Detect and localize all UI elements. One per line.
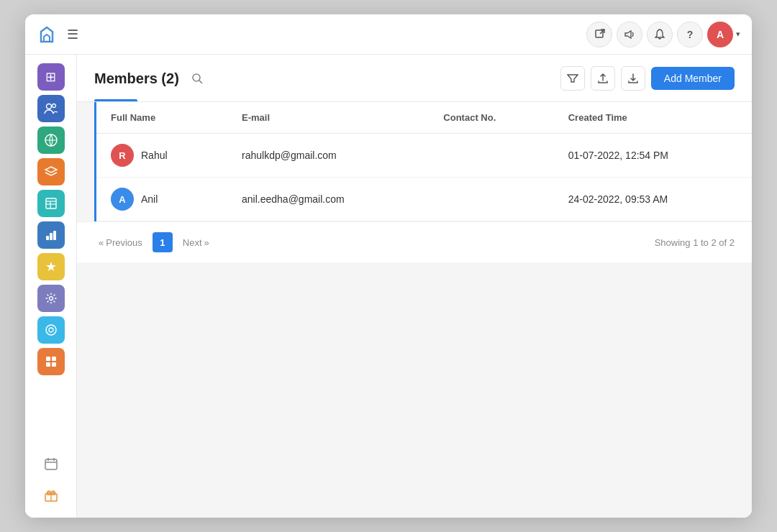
upload-button[interactable]	[591, 66, 615, 91]
member-name: Rahul	[141, 150, 168, 161]
active-tab-indicator	[94, 99, 137, 101]
cell-contact	[429, 178, 553, 221]
next-chevron-icon: »	[204, 237, 209, 248]
sidebar-item-circle[interactable]	[37, 316, 65, 344]
member-avatar: A	[111, 188, 134, 211]
table-row[interactable]: R Rahul rahulkdp@gmail.com 01-07-2022, 1…	[96, 134, 752, 178]
svg-rect-15	[52, 357, 56, 361]
pagination-bar: « Previous 1 Next » Showing 1 to 2 of 2	[77, 221, 752, 262]
svg-rect-9	[50, 233, 53, 240]
cell-created: 01-07-2022, 12:54 PM	[554, 134, 752, 178]
cell-email: rahulkdp@gmail.com	[227, 134, 429, 178]
content-area: Members (2)	[77, 55, 752, 518]
svg-rect-8	[46, 236, 49, 240]
pagination-page-1[interactable]: 1	[153, 232, 173, 252]
bell-button[interactable]	[647, 22, 673, 47]
prev-chevron-icon: «	[99, 237, 104, 248]
help-button[interactable]: ?	[677, 22, 703, 47]
sidebar-item-gift[interactable]	[37, 482, 65, 509]
user-avatar-dropdown[interactable]: A ▾	[707, 22, 740, 47]
svg-point-11	[49, 297, 53, 301]
showing-text: Showing 1 to 2 of 2	[655, 237, 735, 248]
sidebar-item-settings[interactable]	[37, 285, 65, 312]
page-header-top: Members (2)	[94, 66, 735, 99]
previous-button[interactable]: « Previous	[94, 234, 147, 251]
svg-point-1	[46, 104, 51, 109]
column-header-fullname: Full Name	[96, 102, 227, 134]
svg-rect-4	[46, 198, 56, 208]
sidebar-item-globe[interactable]	[37, 127, 65, 154]
external-link-button[interactable]	[586, 22, 612, 47]
table-wrapper: Full Name E-mail Contact No. Created Tim…	[94, 102, 752, 221]
sidebar-item-layers[interactable]	[37, 158, 65, 185]
logo-icon[interactable]	[37, 24, 57, 45]
svg-rect-17	[52, 362, 56, 367]
add-member-button[interactable]: Add Member	[651, 67, 735, 90]
svg-point-12	[46, 325, 56, 335]
page-title-row: Members (2)	[94, 68, 208, 89]
svg-point-2	[52, 104, 55, 108]
cell-name: A Anil	[96, 178, 227, 221]
megaphone-button[interactable]	[617, 22, 642, 47]
cell-contact	[429, 134, 553, 178]
sidebar-item-users[interactable]	[37, 95, 65, 122]
table-area: Full Name E-mail Contact No. Created Tim…	[77, 102, 752, 518]
app-window: ☰ ?	[25, 14, 752, 518]
member-avatar: R	[111, 144, 134, 167]
svg-rect-14	[46, 357, 50, 361]
download-button[interactable]	[621, 66, 645, 91]
member-name: Anil	[141, 193, 158, 205]
sidebar-item-star[interactable]	[37, 253, 65, 280]
svg-rect-16	[46, 362, 50, 367]
main-layout: ⊞	[25, 55, 752, 518]
cell-email: anil.eedha@gmail.com	[227, 178, 429, 221]
svg-rect-10	[53, 231, 56, 240]
column-header-contact: Contact No.	[429, 102, 553, 134]
header-actions: Add Member	[560, 66, 735, 91]
hamburger-icon[interactable]: ☰	[67, 27, 78, 42]
sidebar-item-table[interactable]	[37, 190, 65, 217]
top-bar: ☰ ?	[25, 14, 752, 55]
page-title: Members (2)	[94, 70, 179, 87]
sidebar-item-grid[interactable]: ⊞	[37, 63, 65, 91]
page-header: Members (2)	[77, 55, 752, 102]
table-header-row: Full Name E-mail Contact No. Created Tim…	[96, 102, 752, 134]
members-table: Full Name E-mail Contact No. Created Tim…	[96, 102, 752, 221]
user-avatar[interactable]: A	[707, 22, 733, 47]
svg-line-26	[199, 81, 202, 83]
cell-name: R Rahul	[96, 134, 227, 178]
avatar-chevron-icon: ▾	[736, 29, 740, 39]
cell-created: 24-02-2022, 09:53 AM	[554, 178, 752, 221]
filter-button[interactable]	[560, 66, 585, 91]
sidebar-item-calendar[interactable]	[37, 450, 65, 477]
top-bar-actions: ? A ▾	[586, 22, 740, 47]
column-header-created: Created Time	[554, 102, 752, 134]
next-button[interactable]: Next »	[178, 234, 214, 251]
svg-point-13	[49, 328, 53, 332]
search-button[interactable]	[186, 68, 208, 89]
sidebar: ⊞	[25, 55, 77, 518]
table-row[interactable]: A Anil anil.eedha@gmail.com 24-02-2022, …	[96, 178, 752, 221]
sidebar-item-apps[interactable]	[37, 348, 65, 375]
column-header-email: E-mail	[227, 102, 429, 134]
svg-rect-18	[45, 459, 57, 469]
sidebar-item-chart[interactable]	[37, 221, 65, 249]
top-bar-left: ☰	[37, 24, 78, 45]
